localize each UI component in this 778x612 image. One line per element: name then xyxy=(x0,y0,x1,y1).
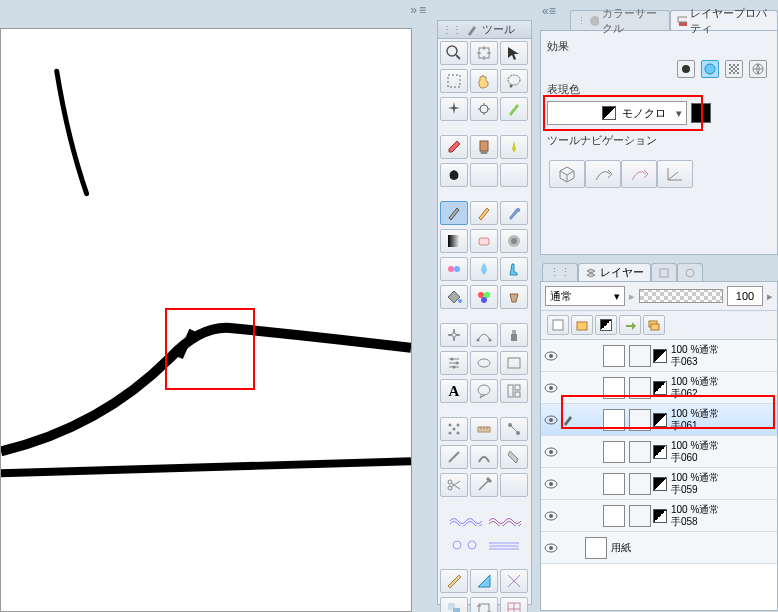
empty1[interactable] xyxy=(470,163,498,187)
grip-tab[interactable]: ⋮⋮ xyxy=(542,263,578,281)
text-tool[interactable]: A xyxy=(440,379,468,403)
bezier-tool[interactable] xyxy=(470,323,498,347)
correct-tool[interactable] xyxy=(500,445,528,469)
svg-rect-77 xyxy=(729,64,739,74)
airbrush-tool[interactable] xyxy=(500,229,528,253)
blend-tool[interactable] xyxy=(470,445,498,469)
bucket-tool[interactable] xyxy=(500,285,528,309)
ruler2-tool[interactable] xyxy=(440,569,468,593)
visibility-eye-icon[interactable] xyxy=(543,508,559,524)
tab-extra2[interactable] xyxy=(677,263,703,281)
layer-thumbnail xyxy=(603,473,625,495)
triangle-tool[interactable] xyxy=(470,569,498,593)
marquee-tool[interactable] xyxy=(440,69,468,93)
effect-pattern[interactable] xyxy=(725,60,743,78)
knife-tool[interactable] xyxy=(470,473,498,497)
nav-curve[interactable] xyxy=(585,160,621,188)
pattern-tool[interactable] xyxy=(440,417,468,441)
lasso-tool[interactable] xyxy=(500,69,528,93)
nav-axis[interactable] xyxy=(657,160,693,188)
scissors-tool[interactable] xyxy=(440,473,468,497)
quick-select-tool[interactable] xyxy=(470,97,498,121)
opacity-value[interactable]: 100 xyxy=(727,286,763,306)
sparkle-tool[interactable] xyxy=(440,323,468,347)
double-folder-button[interactable] xyxy=(643,315,665,335)
mono-layer-button[interactable] xyxy=(595,315,617,335)
perspective-tool[interactable] xyxy=(500,569,528,593)
effect-tone[interactable] xyxy=(701,60,719,78)
visibility-eye-icon[interactable] xyxy=(543,380,559,396)
ruler-tool[interactable] xyxy=(470,417,498,441)
visibility-eye-icon[interactable] xyxy=(543,540,559,556)
visibility-eye-icon[interactable] xyxy=(543,348,559,364)
move-tool[interactable] xyxy=(470,41,498,65)
wave-purple-icon xyxy=(487,516,521,526)
color-tool[interactable] xyxy=(470,285,498,309)
tab-extra1[interactable] xyxy=(651,263,677,281)
visibility-eye-icon[interactable] xyxy=(543,444,559,460)
group-tool[interactable] xyxy=(440,597,468,612)
grip-icon: ⋮⋮ xyxy=(442,24,462,35)
loop-tool[interactable] xyxy=(470,351,498,375)
svg-rect-88 xyxy=(577,322,587,330)
tab-layers[interactable]: レイヤー xyxy=(578,263,651,281)
new-layer-button[interactable] xyxy=(547,315,569,335)
decoration-tool[interactable] xyxy=(440,257,468,281)
gradient-preset-row[interactable] xyxy=(440,511,529,531)
layer-item[interactable]: 100 %通常手059 xyxy=(541,468,777,500)
stamp-tool[interactable] xyxy=(500,323,528,347)
layer-item[interactable]: 100 %通常手058 xyxy=(541,500,777,532)
new-folder-button[interactable] xyxy=(571,315,593,335)
arrow-tool[interactable] xyxy=(500,41,528,65)
blend-mode-dropdown[interactable]: 通常 ▾ xyxy=(545,286,625,306)
nav-cube[interactable] xyxy=(549,160,585,188)
mono-indicator-icon xyxy=(653,349,667,363)
expand-arrows[interactable]: »≡ xyxy=(396,2,426,18)
gradient-tool[interactable] xyxy=(440,229,468,253)
visibility-eye-icon[interactable] xyxy=(543,412,559,428)
stepper-icon[interactable]: ▸ xyxy=(767,290,773,303)
eyedropper-tool[interactable] xyxy=(440,135,468,159)
active-pen-icon xyxy=(561,381,575,395)
fill-tool[interactable] xyxy=(440,285,468,309)
tool-palette-header[interactable]: ⋮⋮ ツール xyxy=(438,21,531,39)
line-tool[interactable] xyxy=(440,445,468,469)
effect-border[interactable] xyxy=(677,60,695,78)
wand-tool[interactable] xyxy=(440,97,468,121)
mono-indicator-icon xyxy=(653,381,667,395)
tab-layer-props[interactable]: レイヤープロパティ xyxy=(670,10,778,30)
opacity-slider[interactable] xyxy=(639,289,723,303)
blob-tool[interactable] xyxy=(440,163,468,187)
layer-item[interactable]: 用紙 xyxy=(541,532,777,564)
zoom-tool[interactable] xyxy=(440,41,468,65)
empty2[interactable] xyxy=(500,163,528,187)
connect-tool[interactable] xyxy=(500,417,528,441)
crop-tool[interactable] xyxy=(470,597,498,612)
dip-pen-tool[interactable] xyxy=(500,135,528,159)
selection-pen-tool[interactable] xyxy=(500,97,528,121)
hand-tool[interactable] xyxy=(470,69,498,93)
blur-tool[interactable] xyxy=(470,257,498,281)
pen-tool[interactable] xyxy=(440,201,468,225)
pencil-tool[interactable] xyxy=(470,201,498,225)
mesh-tool[interactable] xyxy=(500,597,528,612)
brush-clean-tool[interactable] xyxy=(470,135,498,159)
effect-map[interactable] xyxy=(749,60,767,78)
nav-curve2[interactable] xyxy=(621,160,657,188)
empty3[interactable] xyxy=(500,473,528,497)
finger-tool[interactable] xyxy=(500,257,528,281)
brush-tool[interactable] xyxy=(500,201,528,225)
tool-palette-title: ツール xyxy=(482,22,515,37)
layer-item[interactable]: 100 %通常手063 xyxy=(541,340,777,372)
highlight-box-layer xyxy=(561,395,775,429)
panel-tool[interactable] xyxy=(500,379,528,403)
eraser-tool[interactable] xyxy=(470,229,498,253)
transfer-button[interactable] xyxy=(619,315,641,335)
tab-color[interactable]: ⋮ カラーサークル xyxy=(570,10,670,30)
balloon-tool[interactable] xyxy=(470,379,498,403)
visibility-eye-icon[interactable] xyxy=(543,476,559,492)
spiral-preset-row[interactable] xyxy=(440,535,529,555)
layer-item[interactable]: 100 %通常手060 xyxy=(541,436,777,468)
frame-tool[interactable] xyxy=(500,351,528,375)
adjust-tool[interactable] xyxy=(440,351,468,375)
